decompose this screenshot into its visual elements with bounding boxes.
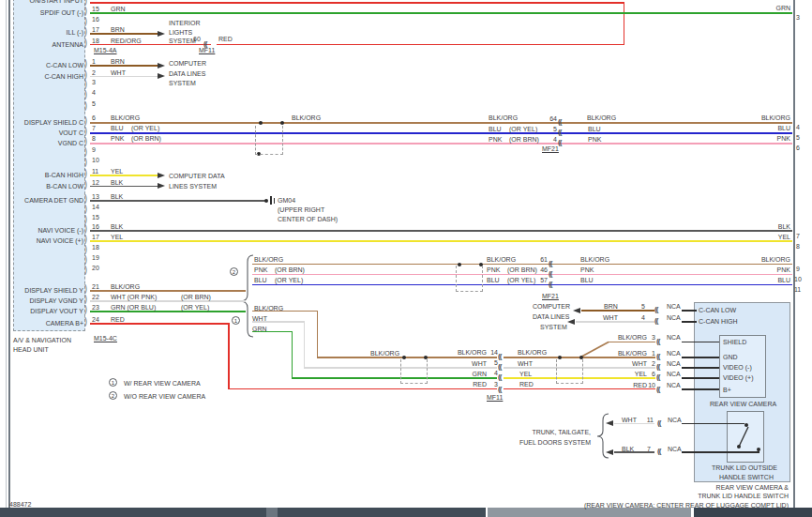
shield-branch-wire xyxy=(580,342,609,358)
txt-group2-right_pins-1: 10 xyxy=(794,276,802,283)
txt-head_unit-pins-p3-num: 3 xyxy=(92,79,96,86)
txt-head_unit-pins-vgndy-color: WHT (OR PNK) xyxy=(111,294,157,301)
txt-right_edge-grn: GRN xyxy=(775,5,790,12)
wire-segment xyxy=(317,357,497,358)
txt-head_unit-pins-voutc-alt: (OR YEL) xyxy=(131,125,159,132)
txt-display_c-pre-w3: PNK xyxy=(489,136,502,144)
wire-segment xyxy=(90,12,792,14)
txt-connectors-mf21: MF21 xyxy=(542,145,559,153)
txt-display_c-right_pins-1: 5 xyxy=(796,134,800,142)
pin-bracket: ) xyxy=(84,59,87,68)
pin-bracket: ) xyxy=(84,38,87,48)
txt-head_unit-pins-antenna-num: 18 xyxy=(92,38,99,45)
txt-camera-rows-0-color: BLK/ORG xyxy=(618,334,647,342)
txt-systems-interior-1: LIGHTS xyxy=(169,29,192,37)
txt-group2-post-2: BLU xyxy=(580,277,594,284)
txt-systems-computer-0: COMPUTER xyxy=(533,303,570,311)
inline-connector-icon: (( xyxy=(498,363,501,371)
txt-head_unit-pins-voutc-color: BLU xyxy=(111,125,124,132)
inline-connector-icon: (( xyxy=(549,281,551,288)
txt-group1-pins-3: 3 xyxy=(494,381,498,388)
pin-bracket: ) xyxy=(84,169,87,178)
wire-segment xyxy=(90,230,792,232)
txt-group1-post-2: YEL xyxy=(519,371,532,378)
inline-connector-icon: (( xyxy=(498,386,501,393)
txt-head_unit-pins-camdet-label: CAMERA DET GND xyxy=(24,197,83,205)
txt-group2-pins-2: 57 xyxy=(540,277,548,284)
txt-camera-nca: NCA xyxy=(667,303,681,311)
wire-segment xyxy=(90,132,792,134)
shield-outline xyxy=(456,266,483,292)
txt-ground-loc1: (UPPER RIGHT xyxy=(278,206,324,214)
txt-group1-pins-2: 4 xyxy=(494,370,498,377)
txt-group2-left-w2alt: (OR BRN) xyxy=(275,266,305,274)
pin-bracket: ) xyxy=(84,147,87,157)
txt-head_unit-pins-onstart-label: ON/START INPUT xyxy=(29,0,83,5)
txt-head_unit-pins-antenna-label: ANTENNA xyxy=(53,41,83,49)
txt-head_unit-pins-vouty-alt: (OR YEL) xyxy=(181,304,209,312)
pin-bracket: ) xyxy=(84,255,87,265)
txt-head_unit-pins-bchigh-label: B-CAN HIGH xyxy=(45,172,83,179)
wire-segment xyxy=(304,321,306,369)
txt-connectors-mf11: MF11 xyxy=(487,394,503,402)
wire-segment xyxy=(217,44,624,46)
wire-segment xyxy=(682,357,719,358)
txt-assembly-cap3: (REAR VIEW CAMERA: CENTER REAR OF LUGGAG… xyxy=(584,502,789,509)
txt-systems-trunk-0: TRUNK, TAILGATE, xyxy=(532,429,591,436)
inline-connector-icon: (( xyxy=(654,306,657,313)
wire-segment xyxy=(90,2,624,4)
wire-segment xyxy=(292,331,293,379)
txt-group1-pins-0: 14 xyxy=(490,349,498,357)
pin-bracket: ) xyxy=(84,127,87,136)
txt-head_unit-pins-spdif-color: GRN xyxy=(111,6,126,13)
txt-connectors-mf21: MF21 xyxy=(542,293,559,300)
txt-head_unit-pins-navim-num: 16 xyxy=(92,223,99,231)
txt-display_c-post-0: BLK/ORG xyxy=(587,114,616,122)
pin-bracket: ) xyxy=(84,101,87,111)
wire-segment xyxy=(317,311,319,358)
pin-bracket: ) xyxy=(84,317,87,327)
txt-camera-rows-1-label: GND xyxy=(723,354,738,361)
txt-head_unit-pins-ill-color: BRN xyxy=(111,26,125,34)
inline-connector-icon: (( xyxy=(657,419,660,427)
txt-camera-rows-4-pin: 10 xyxy=(648,382,655,389)
txt-camera-title: REAR VIEW CAMERA xyxy=(710,401,776,408)
wire-segment xyxy=(682,321,697,323)
txt-systems-computer-0: COMPUTER xyxy=(169,60,206,68)
pin-bracket: ) xyxy=(84,70,87,80)
txt-head_unit-connector_bottom: M15-4C xyxy=(94,335,117,342)
txt-head_unit-pins-ill-num: 17 xyxy=(92,26,99,34)
txt-switch-rows-0-color: WHT xyxy=(622,417,637,424)
txt-group1-mid: BLK/ORG xyxy=(370,350,399,357)
txt-systems-interior-0: INTERIOR xyxy=(169,20,200,27)
txt-camera-ccan-1-label: C-CAN HIGH xyxy=(699,318,738,326)
circled-number: 1 xyxy=(232,316,240,325)
txt-systems-bcan-1: LINES SYSTEM xyxy=(169,183,217,190)
pin-bracket: ) xyxy=(84,180,87,190)
txt-display_c-pins-1: 5 xyxy=(553,126,557,133)
txt-head_unit-pins-p16-num: 16 xyxy=(92,16,99,23)
scrollbar-thumb[interactable] xyxy=(488,508,691,517)
pin-bracket: ) xyxy=(84,305,87,314)
txt-camera-nca: NCA xyxy=(667,371,681,378)
txt-connectors-mf11: MF11 xyxy=(199,47,215,54)
pin-bracket: ) xyxy=(84,116,87,126)
txt-camera-rows-0-label: SHIELD xyxy=(723,339,746,346)
pin-bracket: ) xyxy=(84,7,87,16)
pin-bracket: ) xyxy=(84,137,87,146)
inline-connector-icon: (( xyxy=(656,363,659,371)
txt-head_unit-pins-vouty-num: 23 xyxy=(92,304,99,312)
txt-head_unit-pins-cchigh-color: WHT xyxy=(111,69,126,77)
txt-camera-ccan-1-color: WHT xyxy=(603,314,618,322)
pin-bracket: ) xyxy=(84,224,87,234)
txt-camera-ccan-0-label: C-CAN LOW xyxy=(699,307,736,314)
txt-head_unit-pins-bclow-color: BLK xyxy=(111,179,123,187)
pin-bracket: ) xyxy=(84,266,87,275)
txt-group2-left-w3alt: (OR YEL) xyxy=(275,277,303,284)
bottom-bar-segment xyxy=(0,508,266,517)
txt-head_unit-pins-cclow-num: 1 xyxy=(92,58,96,66)
txt-group1-pre-1: WHT xyxy=(472,360,487,368)
wire-segment xyxy=(682,388,719,390)
txt-camera-nca: NCA xyxy=(667,350,681,357)
page-left-border-outer xyxy=(6,0,7,508)
